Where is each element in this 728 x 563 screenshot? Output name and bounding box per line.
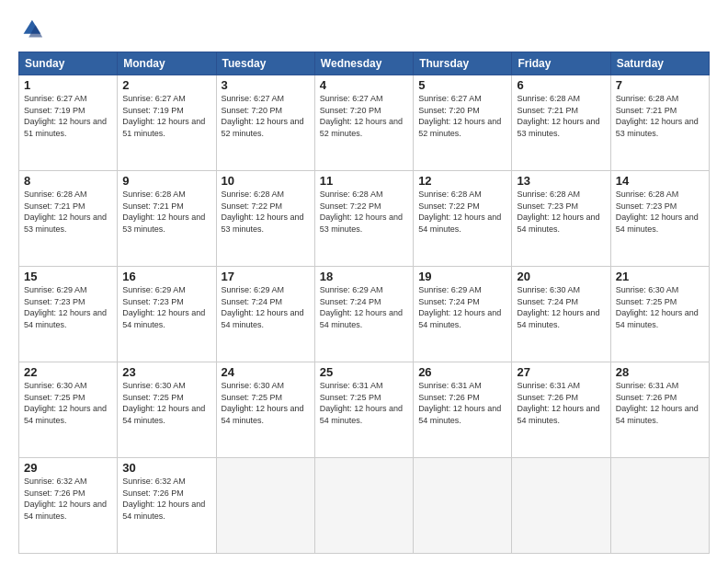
day-number: 3 <box>222 78 310 92</box>
calendar-day-cell: 26 Sunrise: 6:31 AM Sunset: 7:26 PM Dayl… <box>414 362 512 458</box>
day-number: 18 <box>320 270 408 283</box>
day-info: Sunrise: 6:28 AM Sunset: 7:22 PM Dayligh… <box>320 189 408 235</box>
calendar-day-cell: 14 Sunrise: 6:28 AM Sunset: 7:23 PM Dayl… <box>610 171 709 267</box>
day-info: Sunrise: 6:31 AM Sunset: 7:26 PM Dayligh… <box>517 380 605 426</box>
day-info: Sunrise: 6:28 AM Sunset: 7:23 PM Dayligh… <box>616 189 704 235</box>
calendar-day-cell: 23 Sunrise: 6:30 AM Sunset: 7:25 PM Dayl… <box>118 362 216 458</box>
day-info: Sunrise: 6:30 AM Sunset: 7:25 PM Dayligh… <box>616 284 704 330</box>
day-info: Sunrise: 6:32 AM Sunset: 7:26 PM Dayligh… <box>122 476 210 522</box>
header <box>18 17 710 42</box>
page: SundayMondayTuesdayWednesdayThursdayFrid… <box>0 0 728 563</box>
calendar-day-cell: 20 Sunrise: 6:30 AM Sunset: 7:24 PM Dayl… <box>512 267 610 362</box>
day-number: 20 <box>517 270 605 283</box>
day-info: Sunrise: 6:31 AM Sunset: 7:25 PM Dayligh… <box>320 380 408 426</box>
day-number: 22 <box>24 365 112 379</box>
day-number: 24 <box>222 365 310 379</box>
calendar-day-cell: 4 Sunrise: 6:27 AM Sunset: 7:20 PM Dayli… <box>314 75 413 171</box>
day-number: 23 <box>122 365 210 379</box>
calendar-day-cell: 18 Sunrise: 6:29 AM Sunset: 7:24 PM Dayl… <box>314 267 413 362</box>
calendar-day-cell: 28 Sunrise: 6:31 AM Sunset: 7:26 PM Dayl… <box>610 362 709 458</box>
day-number: 11 <box>320 174 408 188</box>
day-info: Sunrise: 6:30 AM Sunset: 7:25 PM Dayligh… <box>222 380 310 426</box>
calendar-day-cell: 21 Sunrise: 6:30 AM Sunset: 7:25 PM Dayl… <box>610 267 709 362</box>
day-number: 16 <box>122 270 210 283</box>
day-number: 27 <box>517 365 605 379</box>
calendar-day-cell: 12 Sunrise: 6:28 AM Sunset: 7:22 PM Dayl… <box>414 171 512 267</box>
day-number: 28 <box>616 365 704 379</box>
day-info: Sunrise: 6:28 AM Sunset: 7:22 PM Dayligh… <box>222 189 310 235</box>
day-info: Sunrise: 6:27 AM Sunset: 7:20 PM Dayligh… <box>222 93 310 139</box>
calendar-empty-cell <box>314 458 413 554</box>
day-info: Sunrise: 6:27 AM Sunset: 7:20 PM Dayligh… <box>418 93 506 139</box>
day-info: Sunrise: 6:27 AM Sunset: 7:19 PM Dayligh… <box>24 93 112 139</box>
day-header-friday: Friday <box>512 52 610 75</box>
calendar-day-cell: 11 Sunrise: 6:28 AM Sunset: 7:22 PM Dayl… <box>314 171 413 267</box>
calendar-day-cell: 8 Sunrise: 6:28 AM Sunset: 7:21 PM Dayli… <box>19 171 118 267</box>
day-number: 17 <box>222 270 310 283</box>
day-number: 29 <box>24 461 112 475</box>
day-header-thursday: Thursday <box>414 52 512 75</box>
calendar-day-cell: 30 Sunrise: 6:32 AM Sunset: 7:26 PM Dayl… <box>118 458 216 554</box>
day-number: 6 <box>517 78 605 92</box>
calendar-day-cell: 6 Sunrise: 6:28 AM Sunset: 7:21 PM Dayli… <box>512 75 610 171</box>
day-info: Sunrise: 6:28 AM Sunset: 7:22 PM Dayligh… <box>418 189 506 235</box>
day-info: Sunrise: 6:27 AM Sunset: 7:20 PM Dayligh… <box>320 93 408 139</box>
calendar-day-cell: 22 Sunrise: 6:30 AM Sunset: 7:25 PM Dayl… <box>19 362 118 458</box>
calendar-day-cell: 10 Sunrise: 6:28 AM Sunset: 7:22 PM Dayl… <box>216 171 314 267</box>
day-number: 13 <box>517 174 605 188</box>
day-header-monday: Monday <box>118 52 216 75</box>
day-info: Sunrise: 6:27 AM Sunset: 7:19 PM Dayligh… <box>122 93 210 139</box>
calendar-empty-cell <box>414 458 512 554</box>
calendar-day-cell: 2 Sunrise: 6:27 AM Sunset: 7:19 PM Dayli… <box>118 75 216 171</box>
calendar-day-cell: 19 Sunrise: 6:29 AM Sunset: 7:24 PM Dayl… <box>414 267 512 362</box>
day-number: 26 <box>418 365 506 379</box>
day-number: 19 <box>418 270 506 283</box>
day-info: Sunrise: 6:30 AM Sunset: 7:24 PM Dayligh… <box>517 284 605 330</box>
calendar-day-cell: 25 Sunrise: 6:31 AM Sunset: 7:25 PM Dayl… <box>314 362 413 458</box>
day-number: 14 <box>616 174 704 188</box>
day-number: 7 <box>616 78 704 92</box>
day-number: 12 <box>418 174 506 188</box>
calendar-week-row: 29 Sunrise: 6:32 AM Sunset: 7:26 PM Dayl… <box>19 458 710 554</box>
calendar-day-cell: 29 Sunrise: 6:32 AM Sunset: 7:26 PM Dayl… <box>19 458 118 554</box>
day-info: Sunrise: 6:28 AM Sunset: 7:23 PM Dayligh… <box>517 189 605 235</box>
day-info: Sunrise: 6:30 AM Sunset: 7:25 PM Dayligh… <box>24 380 112 426</box>
day-header-wednesday: Wednesday <box>314 52 413 75</box>
day-number: 8 <box>24 174 112 188</box>
calendar-day-cell: 27 Sunrise: 6:31 AM Sunset: 7:26 PM Dayl… <box>512 362 610 458</box>
calendar-empty-cell <box>610 458 709 554</box>
calendar-empty-cell <box>512 458 610 554</box>
calendar-week-row: 15 Sunrise: 6:29 AM Sunset: 7:23 PM Dayl… <box>19 267 710 362</box>
day-info: Sunrise: 6:29 AM Sunset: 7:24 PM Dayligh… <box>418 284 506 330</box>
calendar-day-cell: 15 Sunrise: 6:29 AM Sunset: 7:23 PM Dayl… <box>19 267 118 362</box>
day-info: Sunrise: 6:28 AM Sunset: 7:21 PM Dayligh… <box>517 93 605 139</box>
day-info: Sunrise: 6:29 AM Sunset: 7:23 PM Dayligh… <box>24 284 112 330</box>
day-header-tuesday: Tuesday <box>216 52 314 75</box>
day-info: Sunrise: 6:30 AM Sunset: 7:25 PM Dayligh… <box>122 380 210 426</box>
day-info: Sunrise: 6:32 AM Sunset: 7:26 PM Dayligh… <box>24 476 112 522</box>
day-number: 1 <box>24 78 112 92</box>
calendar-day-cell: 1 Sunrise: 6:27 AM Sunset: 7:19 PM Dayli… <box>19 75 118 171</box>
day-info: Sunrise: 6:29 AM Sunset: 7:23 PM Dayligh… <box>122 284 210 330</box>
calendar-day-cell: 3 Sunrise: 6:27 AM Sunset: 7:20 PM Dayli… <box>216 75 314 171</box>
calendar-day-cell: 5 Sunrise: 6:27 AM Sunset: 7:20 PM Dayli… <box>414 75 512 171</box>
calendar-day-cell: 16 Sunrise: 6:29 AM Sunset: 7:23 PM Dayl… <box>118 267 216 362</box>
calendar-day-cell: 7 Sunrise: 6:28 AM Sunset: 7:21 PM Dayli… <box>610 75 709 171</box>
calendar-table: SundayMondayTuesdayWednesdayThursdayFrid… <box>18 52 710 554</box>
day-number: 30 <box>122 461 210 475</box>
calendar-day-cell: 9 Sunrise: 6:28 AM Sunset: 7:21 PM Dayli… <box>118 171 216 267</box>
calendar-week-row: 8 Sunrise: 6:28 AM Sunset: 7:21 PM Dayli… <box>19 171 710 267</box>
logo-icon <box>18 17 44 42</box>
calendar-week-row: 1 Sunrise: 6:27 AM Sunset: 7:19 PM Dayli… <box>19 75 710 171</box>
day-info: Sunrise: 6:31 AM Sunset: 7:26 PM Dayligh… <box>418 380 506 426</box>
day-number: 5 <box>418 78 506 92</box>
day-number: 21 <box>616 270 704 283</box>
day-number: 9 <box>122 174 210 188</box>
calendar-day-cell: 17 Sunrise: 6:29 AM Sunset: 7:24 PM Dayl… <box>216 267 314 362</box>
calendar-day-cell: 13 Sunrise: 6:28 AM Sunset: 7:23 PM Dayl… <box>512 171 610 267</box>
day-header-sunday: Sunday <box>19 52 118 75</box>
calendar-week-row: 22 Sunrise: 6:30 AM Sunset: 7:25 PM Dayl… <box>19 362 710 458</box>
day-number: 4 <box>320 78 408 92</box>
calendar-empty-cell <box>216 458 314 554</box>
day-info: Sunrise: 6:28 AM Sunset: 7:21 PM Dayligh… <box>24 189 112 235</box>
